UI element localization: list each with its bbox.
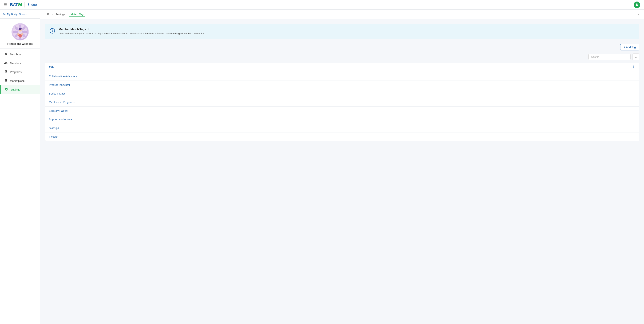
tag-row-title: Collaboration Advocacy [49,75,636,78]
tag-row-title: Startups [49,126,636,130]
dashboard-icon [4,52,8,56]
sidebar-nav: Dashboard Members Programs Marketplace [0,48,40,324]
sidebar-item-dashboard[interactable]: Dashboard [0,50,40,59]
space-avatar [12,23,29,40]
external-link-icon[interactable]: ↗ [87,28,89,31]
breadcrumb-arrow-1: › [52,13,53,16]
svg-point-10 [18,28,22,30]
tag-table-header: Title [45,63,639,72]
table-row[interactable]: Mentorship Programs [45,98,639,106]
marketplace-icon [4,79,8,83]
members-label: Members [10,62,21,65]
breadcrumb-settings[interactable]: Settings [54,12,67,17]
info-icon [50,28,55,35]
table-row[interactable]: Exclusive Offers [45,106,639,115]
info-banner: Member Match Tags ↗ View and manage your… [45,24,640,39]
sidebar: ◎ My Bridge Spaces [0,10,40,324]
content-area: › Settings › Match Tag ‹ Member Match Ta… [40,10,644,324]
hamburger-icon[interactable]: ☰ [4,3,7,7]
page-content: Member Match Tags ↗ View and manage your… [40,19,644,324]
filter-button[interactable] [632,54,640,60]
sidebar-item-programs[interactable]: Programs [0,68,40,76]
search-wrapper [588,54,630,60]
programs-icon [4,70,8,74]
marketplace-label: Marketplace [10,79,24,82]
top-navigation: ☰ BATΘI Bridge [0,0,644,10]
info-banner-content: Member Match Tags ↗ View and manage your… [59,28,204,36]
table-row[interactable]: Startups [45,124,639,132]
breadcrumb-arrow-2: › [67,13,68,16]
search-filter-row [45,54,640,60]
info-banner-title: Member Match Tags ↗ [59,28,204,31]
members-icon [4,61,8,66]
collapse-icon[interactable]: ‹ [638,12,640,16]
table-row[interactable]: Collaboration Advocacy [45,72,639,81]
tag-row-title: Social Impact [49,92,636,95]
table-row[interactable]: Social Impact [45,89,639,98]
table-row[interactable]: Investor [45,132,639,141]
my-bridge-spaces-button[interactable]: ◎ My Bridge Spaces [0,10,40,18]
bridge-label: Bridge [28,3,37,7]
settings-label: Settings [10,88,20,91]
tag-row-title: Exclusive Offers [49,109,636,112]
sidebar-item-marketplace[interactable]: Marketplace [0,76,40,85]
tag-row-title: Investor [49,135,636,138]
table-column-title: Title [49,66,632,69]
table-row[interactable]: Support and Advice [45,115,639,124]
settings-icon [4,88,8,92]
add-tag-button[interactable]: + Add Tag [620,44,640,50]
search-input[interactable] [588,54,630,60]
svg-point-11 [17,33,19,35]
table-row[interactable]: Product Innovator [45,81,639,89]
breadcrumb-match-tag[interactable]: Match Tag [69,12,85,17]
logo-text: BATΘI [10,2,22,7]
main-layout: ◎ My Bridge Spaces [0,10,644,324]
tag-row-title: Product Innovator [49,84,636,86]
user-avatar[interactable] [634,2,640,8]
info-banner-description: View and manage your customized tags to … [59,32,204,36]
tag-rows-container: Collaboration AdvocacyProduct InnovatorS… [45,72,639,141]
space-name: Fitness and Wellness [8,42,33,45]
logo: BATΘI [10,2,22,7]
tag-row-title: Support and Advice [49,118,636,121]
sidebar-item-members[interactable]: Members [0,59,40,68]
svg-point-3 [13,31,18,33]
tag-row-title: Mentorship Programs [49,101,636,104]
sidebar-avatar-section: Fitness and Wellness [0,18,40,48]
dashboard-label: Dashboard [10,53,23,56]
tag-table: Title Collaboration AdvocacyProduct Inno… [45,63,640,141]
svg-point-12 [21,33,23,35]
svg-point-4 [22,31,28,33]
logo-divider [24,2,25,8]
sidebar-item-settings[interactable]: Settings [0,85,40,94]
breadcrumb-home[interactable] [45,11,51,17]
toolbar-row: + Add Tag [45,44,640,50]
my-bridge-spaces-label: My Bridge Spaces [7,13,28,16]
my-spaces-icon: ◎ [3,12,6,16]
sort-icon[interactable] [632,65,636,70]
breadcrumb: › Settings › Match Tag ‹ [40,10,644,19]
programs-label: Programs [10,70,22,74]
